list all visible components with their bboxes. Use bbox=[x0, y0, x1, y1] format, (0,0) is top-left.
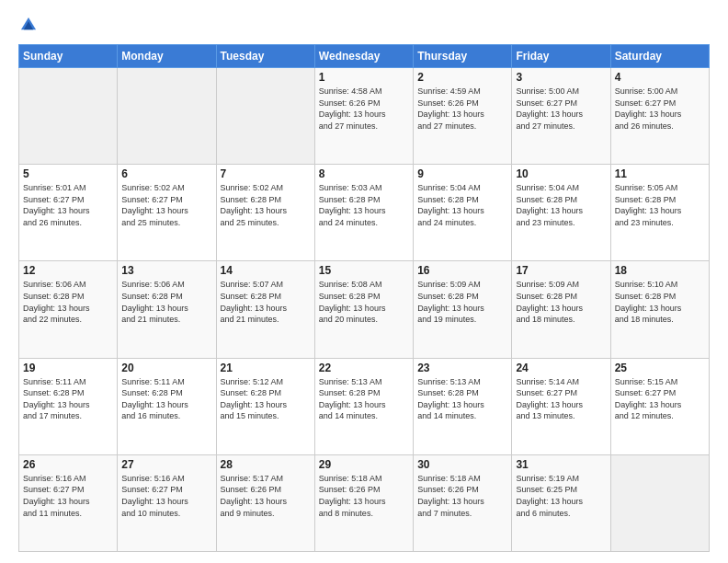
calendar-week-1: 1Sunrise: 4:58 AM Sunset: 6:26 PM Daylig… bbox=[19, 68, 710, 165]
day-number: 17 bbox=[516, 264, 606, 277]
day-info: Sunrise: 5:00 AM Sunset: 6:27 PM Dayligh… bbox=[615, 86, 705, 132]
calendar-cell: 20Sunrise: 5:11 AM Sunset: 6:28 PM Dayli… bbox=[118, 358, 216, 454]
day-info: Sunrise: 5:11 AM Sunset: 6:28 PM Dayligh… bbox=[121, 376, 211, 422]
day-number: 26 bbox=[23, 458, 113, 471]
calendar-cell: 2Sunrise: 4:59 AM Sunset: 6:26 PM Daylig… bbox=[414, 68, 512, 165]
calendar-cell: 5Sunrise: 5:01 AM Sunset: 6:27 PM Daylig… bbox=[19, 165, 118, 261]
day-number: 13 bbox=[121, 264, 211, 277]
day-info: Sunrise: 5:04 AM Sunset: 6:28 PM Dayligh… bbox=[516, 182, 606, 228]
calendar-cell: 30Sunrise: 5:18 AM Sunset: 6:26 PM Dayli… bbox=[414, 454, 512, 551]
calendar-cell: 16Sunrise: 5:09 AM Sunset: 6:28 PM Dayli… bbox=[414, 261, 512, 358]
day-info: Sunrise: 5:18 AM Sunset: 6:26 PM Dayligh… bbox=[417, 473, 507, 519]
header bbox=[18, 15, 710, 35]
calendar-cell: 21Sunrise: 5:12 AM Sunset: 6:28 PM Dayli… bbox=[216, 358, 314, 454]
calendar-header-row: SundayMondayTuesdayWednesdayThursdayFrid… bbox=[19, 45, 710, 68]
calendar-week-3: 12Sunrise: 5:06 AM Sunset: 6:28 PM Dayli… bbox=[19, 261, 710, 358]
day-info: Sunrise: 5:16 AM Sunset: 6:27 PM Dayligh… bbox=[23, 473, 113, 519]
calendar-cell: 25Sunrise: 5:15 AM Sunset: 6:27 PM Dayli… bbox=[610, 358, 709, 454]
day-info: Sunrise: 5:01 AM Sunset: 6:27 PM Dayligh… bbox=[23, 182, 113, 228]
day-number: 24 bbox=[516, 362, 606, 374]
day-number: 4 bbox=[615, 71, 705, 84]
day-number: 29 bbox=[319, 458, 409, 471]
calendar-cell: 4Sunrise: 5:00 AM Sunset: 6:27 PM Daylig… bbox=[610, 68, 709, 165]
day-info: Sunrise: 5:19 AM Sunset: 6:25 PM Dayligh… bbox=[516, 473, 606, 519]
day-info: Sunrise: 5:08 AM Sunset: 6:28 PM Dayligh… bbox=[319, 279, 409, 325]
day-info: Sunrise: 5:02 AM Sunset: 6:28 PM Dayligh… bbox=[221, 182, 311, 228]
day-info: Sunrise: 5:06 AM Sunset: 6:28 PM Dayligh… bbox=[23, 279, 113, 325]
calendar-cell: 12Sunrise: 5:06 AM Sunset: 6:28 PM Dayli… bbox=[19, 261, 118, 358]
day-number: 27 bbox=[121, 458, 211, 471]
day-info: Sunrise: 5:11 AM Sunset: 6:28 PM Dayligh… bbox=[23, 376, 113, 422]
calendar-table: SundayMondayTuesdayWednesdayThursdayFrid… bbox=[18, 44, 710, 552]
calendar-cell: 9Sunrise: 5:04 AM Sunset: 6:28 PM Daylig… bbox=[414, 165, 512, 261]
day-info: Sunrise: 5:05 AM Sunset: 6:28 PM Dayligh… bbox=[615, 182, 705, 228]
calendar-cell: 1Sunrise: 4:58 AM Sunset: 6:26 PM Daylig… bbox=[314, 68, 413, 165]
calendar-week-2: 5Sunrise: 5:01 AM Sunset: 6:27 PM Daylig… bbox=[19, 165, 710, 261]
day-number: 21 bbox=[221, 362, 311, 374]
day-number: 9 bbox=[417, 167, 507, 180]
day-info: Sunrise: 5:07 AM Sunset: 6:28 PM Dayligh… bbox=[221, 279, 311, 325]
day-number: 12 bbox=[23, 264, 113, 277]
calendar-cell: 27Sunrise: 5:16 AM Sunset: 6:27 PM Dayli… bbox=[118, 454, 216, 551]
calendar-cell: 29Sunrise: 5:18 AM Sunset: 6:26 PM Dayli… bbox=[314, 454, 413, 551]
calendar-cell: 6Sunrise: 5:02 AM Sunset: 6:27 PM Daylig… bbox=[118, 165, 216, 261]
day-number: 22 bbox=[319, 362, 409, 374]
day-info: Sunrise: 5:10 AM Sunset: 6:28 PM Dayligh… bbox=[615, 279, 705, 325]
dow-header-wednesday: Wednesday bbox=[314, 45, 413, 68]
day-info: Sunrise: 5:14 AM Sunset: 6:27 PM Dayligh… bbox=[516, 376, 606, 422]
day-number: 3 bbox=[516, 71, 606, 84]
dow-header-thursday: Thursday bbox=[414, 45, 512, 68]
dow-header-friday: Friday bbox=[512, 45, 610, 68]
calendar-cell: 18Sunrise: 5:10 AM Sunset: 6:28 PM Dayli… bbox=[610, 261, 709, 358]
day-number: 15 bbox=[319, 264, 409, 277]
day-number: 25 bbox=[615, 362, 705, 374]
day-number: 28 bbox=[221, 458, 311, 471]
day-number: 8 bbox=[319, 167, 409, 180]
calendar-week-4: 19Sunrise: 5:11 AM Sunset: 6:28 PM Dayli… bbox=[19, 358, 710, 454]
day-info: Sunrise: 4:59 AM Sunset: 6:26 PM Dayligh… bbox=[417, 86, 507, 132]
day-number: 10 bbox=[516, 167, 606, 180]
calendar-cell: 17Sunrise: 5:09 AM Sunset: 6:28 PM Dayli… bbox=[512, 261, 610, 358]
calendar-cell bbox=[118, 68, 216, 165]
day-info: Sunrise: 5:03 AM Sunset: 6:28 PM Dayligh… bbox=[319, 182, 409, 228]
day-number: 6 bbox=[121, 167, 211, 180]
day-number: 1 bbox=[319, 71, 409, 84]
calendar-cell: 19Sunrise: 5:11 AM Sunset: 6:28 PM Dayli… bbox=[19, 358, 118, 454]
day-info: Sunrise: 5:12 AM Sunset: 6:28 PM Dayligh… bbox=[221, 376, 311, 422]
calendar-cell: 23Sunrise: 5:13 AM Sunset: 6:28 PM Dayli… bbox=[414, 358, 512, 454]
day-number: 2 bbox=[417, 71, 507, 84]
dow-header-saturday: Saturday bbox=[610, 45, 709, 68]
calendar-cell: 22Sunrise: 5:13 AM Sunset: 6:28 PM Dayli… bbox=[314, 358, 413, 454]
day-number: 19 bbox=[23, 362, 113, 374]
day-info: Sunrise: 5:18 AM Sunset: 6:26 PM Dayligh… bbox=[319, 473, 409, 519]
day-number: 7 bbox=[221, 167, 311, 180]
day-number: 31 bbox=[516, 458, 606, 471]
dow-header-sunday: Sunday bbox=[19, 45, 118, 68]
calendar-cell: 24Sunrise: 5:14 AM Sunset: 6:27 PM Dayli… bbox=[512, 358, 610, 454]
day-info: Sunrise: 5:09 AM Sunset: 6:28 PM Dayligh… bbox=[516, 279, 606, 325]
day-number: 16 bbox=[417, 264, 507, 277]
day-info: Sunrise: 5:13 AM Sunset: 6:28 PM Dayligh… bbox=[417, 376, 507, 422]
calendar-cell: 13Sunrise: 5:06 AM Sunset: 6:28 PM Dayli… bbox=[118, 261, 216, 358]
calendar-cell: 31Sunrise: 5:19 AM Sunset: 6:25 PM Dayli… bbox=[512, 454, 610, 551]
calendar-cell: 28Sunrise: 5:17 AM Sunset: 6:26 PM Dayli… bbox=[216, 454, 314, 551]
logo-icon bbox=[18, 15, 39, 35]
page: SundayMondayTuesdayWednesdayThursdayFrid… bbox=[0, 0, 728, 563]
day-info: Sunrise: 5:09 AM Sunset: 6:28 PM Dayligh… bbox=[417, 279, 507, 325]
calendar-cell: 15Sunrise: 5:08 AM Sunset: 6:28 PM Dayli… bbox=[314, 261, 413, 358]
day-info: Sunrise: 5:04 AM Sunset: 6:28 PM Dayligh… bbox=[417, 182, 507, 228]
day-number: 23 bbox=[417, 362, 507, 374]
calendar-cell: 14Sunrise: 5:07 AM Sunset: 6:28 PM Dayli… bbox=[216, 261, 314, 358]
day-number: 30 bbox=[417, 458, 507, 471]
day-info: Sunrise: 5:00 AM Sunset: 6:27 PM Dayligh… bbox=[516, 86, 606, 132]
day-number: 20 bbox=[121, 362, 211, 374]
calendar-cell: 10Sunrise: 5:04 AM Sunset: 6:28 PM Dayli… bbox=[512, 165, 610, 261]
calendar-cell: 7Sunrise: 5:02 AM Sunset: 6:28 PM Daylig… bbox=[216, 165, 314, 261]
day-info: Sunrise: 4:58 AM Sunset: 6:26 PM Dayligh… bbox=[319, 86, 409, 132]
calendar-cell: 3Sunrise: 5:00 AM Sunset: 6:27 PM Daylig… bbox=[512, 68, 610, 165]
day-number: 14 bbox=[221, 264, 311, 277]
day-number: 5 bbox=[23, 167, 113, 180]
dow-header-tuesday: Tuesday bbox=[216, 45, 314, 68]
day-number: 18 bbox=[615, 264, 705, 277]
calendar-cell bbox=[216, 68, 314, 165]
